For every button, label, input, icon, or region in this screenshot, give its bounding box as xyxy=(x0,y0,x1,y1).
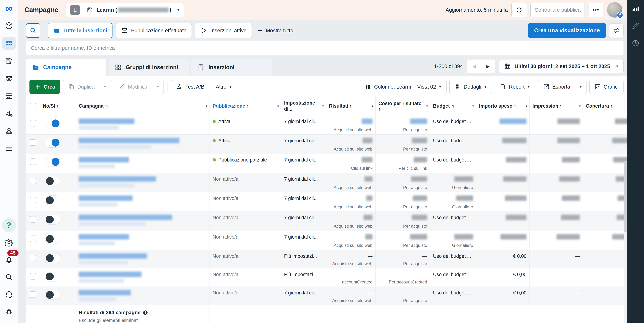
review-publish-button[interactable]: Controlla e pubblica xyxy=(530,3,585,17)
column-filter-caret-icon[interactable]: ▾ xyxy=(526,104,527,108)
campaign-toggle[interactable] xyxy=(45,138,60,148)
campaign-name-link[interactable] xyxy=(79,290,207,301)
global-search-icon[interactable] xyxy=(2,270,16,284)
info-icon[interactable] xyxy=(143,310,148,315)
ab-test-button[interactable]: Test A/B xyxy=(171,80,209,94)
campaign-name-link[interactable] xyxy=(79,157,207,168)
export-caret[interactable]: ▼ xyxy=(575,80,586,94)
edit-caret[interactable]: ▼ xyxy=(152,80,164,94)
filter-pill-all-ads[interactable]: Tutte le inserzioni xyxy=(48,23,112,38)
column-filter-caret-icon[interactable]: ▾ xyxy=(278,104,279,108)
row-checkbox[interactable] xyxy=(30,273,36,280)
filter-pill-active-ads[interactable]: Inserzioni attive xyxy=(195,23,252,38)
meta-logo-icon[interactable]: ∞ xyxy=(5,4,12,13)
edit-panel-icon[interactable] xyxy=(630,21,640,31)
campaigns-nav-icon[interactable] xyxy=(2,37,16,50)
user-avatar[interactable]: f xyxy=(607,2,622,18)
column-header-pubblicazione[interactable]: Pubblicazione↑▾ xyxy=(210,97,281,115)
vertical-scrollbar-thumb[interactable] xyxy=(624,160,626,232)
campaign-name-link[interactable] xyxy=(79,118,207,130)
column-header-impostazione-di[interactable]: Impostazione di...▾ xyxy=(281,97,326,115)
charts-button[interactable]: Grafici xyxy=(590,80,624,94)
search-input[interactable] xyxy=(26,41,624,55)
create-campaign-button[interactable]: Crea xyxy=(30,80,60,94)
column-header-copertura[interactable]: Copertura↑↓ xyxy=(583,97,627,115)
row-checkbox[interactable] xyxy=(30,236,36,242)
campaign-toggle[interactable] xyxy=(45,272,60,281)
row-checkbox[interactable] xyxy=(30,255,36,261)
column-filter-caret-icon[interactable]: ▾ xyxy=(206,104,207,108)
show-all-button[interactable]: Mostra tutto xyxy=(257,27,293,34)
campaign-name-link[interactable] xyxy=(79,196,207,206)
history-clock-icon[interactable] xyxy=(630,38,640,48)
campaign-toggle[interactable] xyxy=(45,196,60,205)
tab-campagne[interactable]: Campagne xyxy=(26,58,106,76)
tab-gruppi-di-inserzioni[interactable]: Gruppi di inserzioni xyxy=(108,58,189,76)
column-filter-caret-icon[interactable]: ▾ xyxy=(472,104,474,108)
row-checkbox[interactable] xyxy=(30,139,36,146)
account-overview-icon[interactable] xyxy=(2,19,16,32)
columns-button[interactable]: Colonne: Learnn - Vista 02 ▼ xyxy=(360,80,446,94)
asset-tree-icon[interactable] xyxy=(2,125,16,138)
report-bug-icon[interactable] xyxy=(2,305,16,318)
column-filter-caret-icon[interactable]: ▾ xyxy=(322,104,324,108)
column-header-costo-per-risultato[interactable]: Costo per risultato↑↓▾ xyxy=(376,97,430,115)
notifications-bell-icon[interactable]: 45 xyxy=(2,253,16,266)
campaign-name-link[interactable] xyxy=(79,138,207,149)
column-header-budget[interactable]: Budget↑↓▾ xyxy=(430,97,476,115)
next-page-button[interactable]: ▶ xyxy=(481,60,495,73)
ads-reporting-icon[interactable] xyxy=(2,54,16,68)
row-checkbox[interactable] xyxy=(30,120,36,126)
create-view-button[interactable]: Crea una visualizzazione xyxy=(528,23,606,38)
column-header-risultati[interactable]: Risultati↑↓▾ xyxy=(326,97,376,115)
account-selector[interactable]: L Learnn ( ) ▼ xyxy=(66,3,184,17)
support-headset-icon[interactable] xyxy=(2,288,16,301)
campaign-name-link[interactable] xyxy=(79,272,207,283)
column-header-campagna[interactable]: Campagna↑↓▾ xyxy=(76,97,210,115)
campaign-name-link[interactable] xyxy=(79,176,207,187)
duplicate-button[interactable]: Duplica ▼ xyxy=(63,80,111,94)
campaign-toggle[interactable] xyxy=(45,176,60,186)
select-all-checkbox[interactable] xyxy=(30,103,36,110)
billing-icon[interactable] xyxy=(2,90,16,103)
campaign-toggle[interactable] xyxy=(45,253,60,263)
campaign-name-link[interactable] xyxy=(79,215,207,226)
campaign-toggle[interactable] xyxy=(45,118,60,128)
column-filter-caret-icon[interactable]: ▾ xyxy=(579,104,580,108)
campaign-toggle[interactable] xyxy=(45,157,60,167)
refresh-button[interactable] xyxy=(512,3,527,17)
campaign-toggle[interactable] xyxy=(45,215,60,224)
export-button[interactable]: Esporta ▼ xyxy=(538,80,586,94)
help-icon[interactable]: ? xyxy=(2,218,16,232)
column-filter-caret-icon[interactable]: ▾ xyxy=(426,104,428,108)
settings-gear-icon[interactable] xyxy=(2,236,16,249)
view-settings-button[interactable] xyxy=(609,23,624,38)
ads-settings-icon[interactable] xyxy=(2,107,16,120)
duplicate-caret[interactable]: ▼ xyxy=(99,80,111,94)
report-button[interactable]: Report ▼ xyxy=(495,80,535,94)
column-header-impression[interactable]: Impression↑↓▾ xyxy=(530,97,583,115)
performance-overview-icon[interactable] xyxy=(630,4,640,14)
tab-inserzioni[interactable]: Inserzioni xyxy=(191,58,272,76)
details-button[interactable]: Dettagli ▼ xyxy=(450,80,492,94)
campaign-name-link[interactable] xyxy=(79,234,207,245)
date-range-selector[interactable]: Ultimi 30 giorni: 2 set 2025 – 1 ott 202… xyxy=(499,59,624,73)
search-filter-button[interactable] xyxy=(26,23,40,38)
row-checkbox[interactable] xyxy=(30,158,36,165)
all-tools-menu-icon[interactable] xyxy=(2,142,16,156)
row-checkbox[interactable] xyxy=(30,197,36,203)
column-header-importo-speso[interactable]: Importo speso↑↓▾ xyxy=(476,97,530,115)
edit-button[interactable]: Modifica ▼ xyxy=(114,80,164,94)
prev-page-button[interactable]: ◀ xyxy=(467,60,481,73)
row-checkbox[interactable] xyxy=(30,216,36,222)
campaign-toggle[interactable] xyxy=(45,234,60,244)
column-filter-caret-icon[interactable]: ▾ xyxy=(372,104,373,108)
more-actions-button[interactable]: Altro ▼ xyxy=(212,84,236,90)
row-checkbox[interactable] xyxy=(30,178,36,184)
campaign-toggle[interactable] xyxy=(45,290,60,300)
filter-pill-published[interactable]: Pubblicazione effettuata xyxy=(116,23,192,38)
row-checkbox[interactable] xyxy=(30,292,36,298)
campaign-name-link[interactable] xyxy=(79,253,207,264)
more-options-button[interactable]: ••• xyxy=(588,3,604,17)
column-header-no-s[interactable]: No/Sì↑↓ xyxy=(40,97,76,115)
